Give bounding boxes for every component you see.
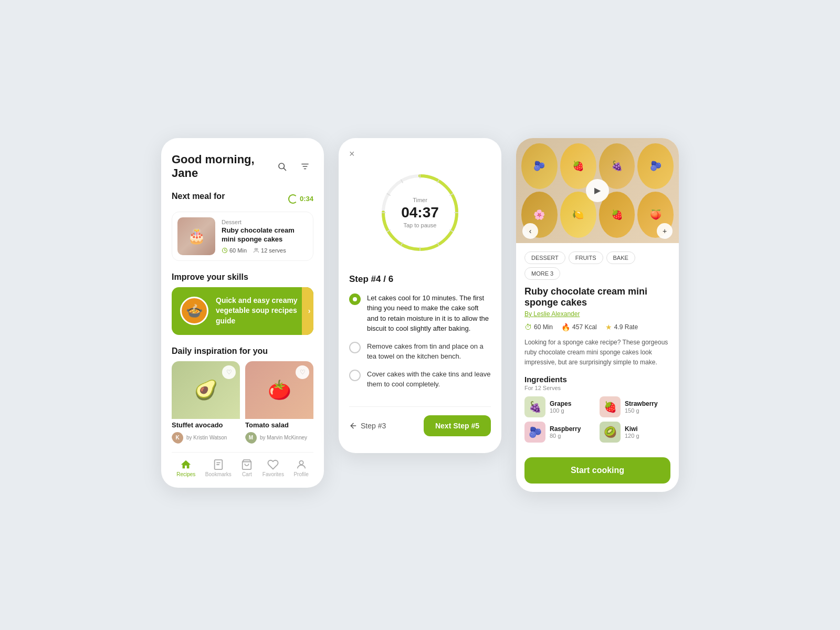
- step-item-1: Let cakes cool for 10 minutes. The first…: [349, 293, 491, 334]
- tomato-image: 🍅 ♡: [245, 361, 313, 419]
- recipe-title: Ruby chocolate cream mini sponge cakes: [524, 286, 670, 308]
- nav-favorites[interactable]: Favorites: [262, 459, 284, 477]
- tomato-recipe-name: Tomato salad: [245, 421, 313, 429]
- inspiration-grid: 🥑 ♡ Stuffet avocado K by Kristin Watson …: [172, 361, 313, 444]
- stat-rate: ★ 4.9 Rate: [605, 323, 638, 331]
- skills-card[interactable]: 🍲 Quick and easy creamy vegetable soup r…: [172, 287, 313, 335]
- avocado-author-name: by Kristin Watson: [186, 435, 227, 440]
- strawberry-name: Strawberry: [625, 400, 658, 407]
- filter-button[interactable]: [297, 158, 313, 175]
- meal-info: Dessert Ruby chocolate cream mini sponge…: [222, 219, 308, 254]
- timer-container: Timer 04:37 Tap to pause: [349, 168, 491, 261]
- nav-profile[interactable]: Profile: [293, 459, 308, 477]
- inspiration-section: Daily inspiration for you 🥑 ♡ Stuffet av…: [172, 346, 313, 444]
- meal-image-placeholder: 🎂: [177, 217, 215, 255]
- step-header: Step #4 / 6: [349, 274, 491, 285]
- recipe-card-avocado[interactable]: 🥑 ♡ Stuffet avocado K by Kristin Watson: [172, 361, 240, 444]
- timer-display: Timer 04:37 Tap to pause: [401, 197, 439, 228]
- hero-controls: ‹ +: [516, 219, 679, 243]
- search-button[interactable]: [274, 158, 290, 175]
- next-meal-header: Next meal for 0:34: [172, 192, 313, 206]
- nav-cart[interactable]: Cart: [241, 459, 253, 477]
- screens-container: Good morning, Jane Next meal for 0: [140, 107, 700, 524]
- meal-image: 🎂: [177, 217, 215, 255]
- meal-serves: 12 serves: [253, 247, 286, 254]
- tag-fruits[interactable]: FRUITS: [569, 251, 603, 264]
- kiwi-info: Kiwi 120 g: [625, 425, 639, 439]
- grapes-info: Grapes 100 g: [550, 400, 571, 414]
- nav-bookmarks[interactable]: Bookmarks: [205, 459, 232, 477]
- step-text-2: Remove cakes from tin and place on a tea…: [367, 341, 491, 362]
- header: Good morning, Jane: [172, 153, 313, 180]
- avocado-favorite-button[interactable]: ♡: [222, 365, 236, 379]
- step-back-button[interactable]: Step #3: [349, 422, 386, 430]
- grapes-image: 🍇: [524, 396, 545, 417]
- screen-1: Good morning, Jane Next meal for 0: [161, 138, 324, 488]
- kiwi-name: Kiwi: [625, 425, 639, 433]
- raspberry-name: Raspberry: [550, 425, 581, 433]
- recipe-content: DESSERT FRUITS BAKE MORE 3 Ruby chocolat…: [516, 243, 679, 452]
- hero-back-button[interactable]: ‹: [522, 223, 538, 239]
- ingredients-grid: 🍇 Grapes 100 g 🍓 Strawberry 150 g 🫐: [524, 396, 670, 443]
- header-icons: [274, 158, 313, 175]
- raspberry-info: Raspberry 80 g: [550, 425, 581, 439]
- star-icon: ★: [605, 323, 612, 331]
- raspberry-amount: 80 g: [550, 433, 581, 439]
- bottom-spacer: [516, 484, 679, 492]
- recipe-hero-image: 🫐 🍓 🍇 🫐 🌸 🍋 🍓 🍑 ‹ + ▶: [516, 138, 679, 243]
- hero-play-button[interactable]: ▶: [586, 179, 609, 202]
- inspiration-title: Daily inspiration for you: [172, 346, 313, 356]
- screen-3: 🫐 🍓 🍇 🫐 🌸 🍋 🍓 🍑 ‹ + ▶ DESSERT FRUITS BAK…: [516, 138, 679, 492]
- tomato-favorite-button[interactable]: ♡: [296, 365, 309, 379]
- tomato-author: M by Marvin McKinney: [245, 432, 313, 444]
- close-button[interactable]: ×: [349, 149, 355, 160]
- ingredient-kiwi: 🥝 Kiwi 120 g: [600, 422, 670, 443]
- timer-tap[interactable]: Tap to pause: [401, 222, 439, 228]
- meal-time: 60 Min: [222, 247, 247, 254]
- ingredient-raspberry: 🫐 Raspberry 80 g: [524, 422, 595, 443]
- author-link[interactable]: Leslie Alexander: [533, 310, 580, 318]
- ingredients-title: Ingredients: [524, 375, 670, 384]
- step-dot-3: [349, 370, 361, 381]
- next-meal-timer: 0:34: [288, 194, 313, 204]
- avocado-image: 🥑 ♡: [172, 361, 240, 419]
- greeting: Good morning, Jane: [172, 153, 274, 180]
- hero-add-button[interactable]: +: [657, 223, 673, 239]
- avocado-author: K by Kristin Watson: [172, 432, 240, 444]
- grapes-name: Grapes: [550, 400, 571, 407]
- meal-name: Ruby chocolate cream mini sponge cakes: [222, 226, 308, 244]
- serves-label: For 12 Serves: [524, 385, 670, 391]
- next-meal-title: Next meal for: [172, 192, 225, 201]
- ingredient-strawberry: 🍓 Strawberry 150 g: [600, 396, 670, 417]
- stat-time: ⏱ 60 Min: [524, 323, 553, 331]
- step-text-1: Let cakes cool for 10 minutes. The first…: [367, 293, 491, 334]
- svg-point-7: [256, 248, 258, 250]
- avocado-author-avatar: K: [172, 432, 183, 444]
- start-cooking-button[interactable]: Start cooking: [524, 457, 670, 484]
- recipe-stats: ⏱ 60 Min 🔥 457 Kcal ★ 4.9 Rate: [524, 323, 670, 331]
- tomato-author-name: by Marvin McKinney: [260, 435, 307, 440]
- step-item-3: Cover cakes with the cake tins and leave…: [349, 369, 491, 390]
- tag-dessert[interactable]: DESSERT: [524, 251, 565, 264]
- strawberry-amount: 150 g: [625, 407, 658, 414]
- svg-point-12: [299, 460, 303, 464]
- timer-label: Timer: [401, 197, 439, 203]
- soup-bowl-image: 🍲: [180, 297, 208, 325]
- tag-bake[interactable]: BAKE: [606, 251, 635, 264]
- strawberry-info: Strawberry 150 g: [625, 400, 658, 414]
- recipe-tags: DESSERT FRUITS BAKE MORE 3: [524, 251, 670, 280]
- recipe-card-tomato[interactable]: 🍅 ♡ Tomato salad M by Marvin McKinney: [245, 361, 313, 444]
- skills-section: Improve your skills 🍲 Quick and easy cre…: [172, 272, 313, 335]
- meal-card[interactable]: 🎂 Dessert Ruby chocolate cream mini spon…: [172, 212, 313, 261]
- skills-arrow-icon: ›: [302, 287, 313, 335]
- meal-meta: 60 Min 12 serves: [222, 247, 308, 254]
- recipe-description: Looking for a sponge cake recipe? These …: [524, 338, 670, 368]
- avocado-recipe-name: Stuffet avocado: [172, 421, 240, 429]
- step-next-button[interactable]: Next Step #5: [424, 415, 491, 436]
- tag-more[interactable]: MORE 3: [524, 267, 560, 280]
- raspberry-image: 🫐: [524, 422, 545, 443]
- nav-recipes[interactable]: Recipes: [176, 459, 195, 477]
- step-dot-2: [349, 342, 361, 353]
- timer-value: 0:34: [300, 195, 313, 203]
- step-list: Let cakes cool for 10 minutes. The first…: [349, 293, 491, 390]
